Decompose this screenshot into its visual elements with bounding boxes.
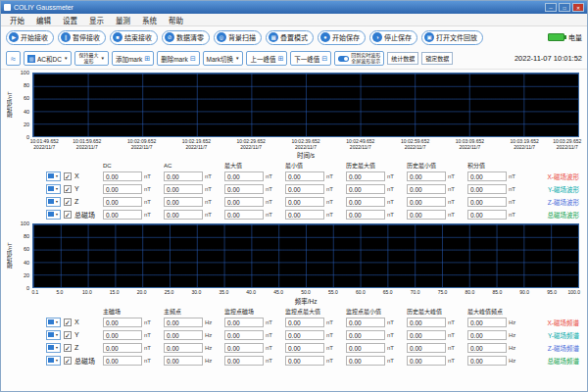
value-field[interactable]: 0.00 xyxy=(407,172,446,181)
value-field[interactable]: 0.00 xyxy=(346,172,385,181)
start-receive-button[interactable]: ▶开始接收 xyxy=(6,30,54,45)
value-field[interactable]: 0.00 xyxy=(164,318,203,327)
value-field[interactable]: 0.00 xyxy=(407,184,446,194)
value-field[interactable]: 0.00 xyxy=(285,210,324,220)
series-checkbox[interactable]: ✓ xyxy=(64,185,72,193)
value-field[interactable]: 0.00 xyxy=(164,210,203,220)
acdc-mode-select[interactable]: ▥ AC和DC ▼ xyxy=(24,51,72,66)
value-field[interactable]: 0.00 xyxy=(285,184,324,194)
value-field[interactable]: 0.00 xyxy=(103,184,142,194)
value-field[interactable]: 0.00 xyxy=(224,330,264,340)
time-plot-area[interactable] xyxy=(32,73,579,137)
value-field[interactable]: 0.00 xyxy=(407,210,446,220)
background-scan-button[interactable]: ◎背景扫描 xyxy=(214,30,262,45)
value-field[interactable]: 0.00 xyxy=(346,197,385,207)
value-field[interactable]: 0.00 xyxy=(285,330,324,340)
series-checkbox[interactable]: ✓ xyxy=(64,344,72,352)
value-field[interactable]: 0.00 xyxy=(407,197,446,207)
value-field[interactable]: 0.00 xyxy=(224,318,264,327)
value-field[interactable]: 0.00 xyxy=(407,343,446,353)
value-field[interactable]: 0.00 xyxy=(467,197,507,207)
open-playback-button[interactable]: ▣打开文件回放 xyxy=(421,30,483,45)
value-field[interactable]: 0.00 xyxy=(164,184,203,194)
waveform-display-button[interactable]: ≈ xyxy=(6,51,21,66)
mark-switch-select[interactable]: Mark切换 ▼ xyxy=(203,51,244,66)
series-checkbox[interactable]: ✓ xyxy=(64,357,72,365)
value-field[interactable]: 0.00 xyxy=(346,318,385,327)
value-field[interactable]: 0.00 xyxy=(285,356,324,366)
value-field[interactable]: 0.00 xyxy=(467,343,507,353)
close-button[interactable]: ✕ xyxy=(572,3,584,12)
start-save-button[interactable]: ●开始保存 xyxy=(318,30,366,45)
series-checkbox[interactable]: ✓ xyxy=(64,198,72,206)
next-peak-button[interactable]: 下一峰值 ⊟ xyxy=(290,51,331,66)
series-style-dropdown[interactable]: ▼ xyxy=(46,172,61,181)
value-field[interactable]: 0.00 xyxy=(224,210,264,220)
series-style-dropdown[interactable]: ▼ xyxy=(46,356,61,366)
value-field[interactable]: 0.00 xyxy=(103,172,142,181)
fullscreen-toggle-button[interactable]: 回到实时波形 全屏波形显示 xyxy=(334,51,384,66)
value-field[interactable]: 0.00 xyxy=(467,318,507,327)
value-field[interactable]: 0.00 xyxy=(164,330,203,340)
value-field[interactable]: 0.00 xyxy=(103,330,142,340)
menu-item-3[interactable]: 设置 xyxy=(58,14,82,26)
prev-peak-button[interactable]: 上一峰值 ⊞ xyxy=(246,51,287,66)
series-style-dropdown[interactable]: ▼ xyxy=(46,343,61,353)
value-field[interactable]: 0.00 xyxy=(224,172,264,181)
value-field[interactable]: 0.00 xyxy=(224,184,264,194)
value-field[interactable]: 0.00 xyxy=(346,330,385,340)
value-field[interactable]: 0.00 xyxy=(164,197,203,207)
series-checkbox[interactable]: ✓ xyxy=(64,331,72,339)
frequency-plot-area[interactable] xyxy=(32,223,579,288)
overlay-mode-button[interactable]: ▦叠置模式 xyxy=(266,30,314,45)
clear-data-button[interactable]: ⊘数据清零 xyxy=(162,30,210,45)
value-field[interactable]: 0.00 xyxy=(346,210,385,220)
lock-data-button[interactable]: 锁定数据 xyxy=(421,52,453,65)
series-style-dropdown[interactable]: ▼ xyxy=(46,197,61,207)
menu-item-2[interactable]: 编辑 xyxy=(31,14,56,26)
series-style-dropdown[interactable]: ▼ xyxy=(46,318,61,327)
series-style-dropdown[interactable]: ▼ xyxy=(46,184,61,194)
value-field[interactable]: 0.00 xyxy=(346,343,385,353)
value-field[interactable]: 0.00 xyxy=(346,356,385,366)
series-style-dropdown[interactable]: ▼ xyxy=(46,330,61,340)
minimize-button[interactable]: ─ xyxy=(545,3,557,12)
value-field[interactable]: 0.00 xyxy=(285,172,324,181)
menu-item-1[interactable]: 开始 xyxy=(5,14,29,26)
value-field[interactable]: 0.00 xyxy=(164,356,203,366)
value-field[interactable]: 0.00 xyxy=(103,318,142,327)
value-field[interactable]: 0.00 xyxy=(224,356,264,366)
value-field[interactable]: 0.00 xyxy=(164,343,203,353)
stop-receive-button[interactable]: ■结束接收 xyxy=(110,30,158,45)
value-field[interactable]: 0.00 xyxy=(103,197,142,207)
value-field[interactable]: 0.00 xyxy=(467,356,507,366)
menu-item-4[interactable]: 显示 xyxy=(84,14,109,26)
value-field[interactable]: 0.00 xyxy=(285,318,324,327)
value-field[interactable]: 0.00 xyxy=(103,356,142,366)
value-field[interactable]: 0.00 xyxy=(224,197,264,207)
value-field[interactable]: 0.00 xyxy=(467,184,507,194)
series-checkbox[interactable]: ✓ xyxy=(64,172,72,180)
value-field[interactable]: 0.00 xyxy=(164,172,203,181)
maximize-button[interactable]: □ xyxy=(559,3,570,12)
value-field[interactable]: 0.00 xyxy=(467,210,507,220)
value-field[interactable]: 0.00 xyxy=(285,343,324,353)
menu-item-5[interactable]: 量测 xyxy=(111,14,135,26)
value-field[interactable]: 0.00 xyxy=(103,210,142,220)
value-field[interactable]: 0.00 xyxy=(103,343,142,353)
value-field[interactable]: 0.00 xyxy=(407,356,446,366)
value-field[interactable]: 0.00 xyxy=(224,343,264,353)
stop-save-button[interactable]: ◑停止保存 xyxy=(369,30,417,45)
value-field[interactable]: 0.00 xyxy=(407,330,446,340)
value-field[interactable]: 0.00 xyxy=(467,330,507,340)
pause-receive-button[interactable]: ∥暂停接收 xyxy=(58,30,106,45)
menu-item-6[interactable]: 系统 xyxy=(137,14,162,26)
value-field[interactable]: 0.00 xyxy=(467,172,507,181)
series-checkbox[interactable]: ✓ xyxy=(64,318,72,326)
delete-mark-button[interactable]: 删除mark ⊟ xyxy=(157,51,199,66)
menu-item-7[interactable]: 帮助 xyxy=(164,14,188,26)
stat-data-button[interactable]: 统计数据 xyxy=(387,52,418,65)
value-field[interactable]: 0.00 xyxy=(407,318,446,327)
series-style-dropdown[interactable]: ▼ xyxy=(46,210,61,220)
hold-max-button[interactable]: 保持最大 波形 ▼ xyxy=(74,51,108,66)
